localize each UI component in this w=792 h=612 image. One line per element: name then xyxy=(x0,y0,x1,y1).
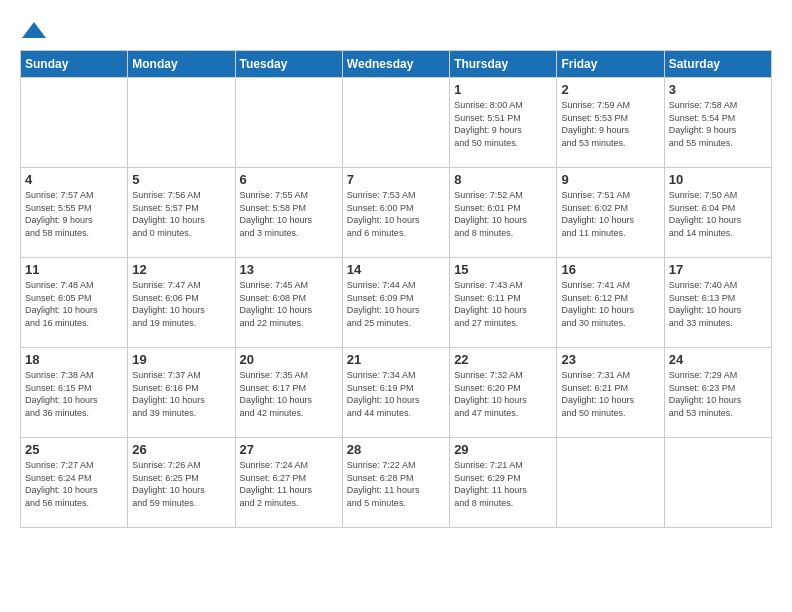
day-number: 11 xyxy=(25,262,123,277)
day-info: Sunrise: 8:00 AM Sunset: 5:51 PM Dayligh… xyxy=(454,99,552,149)
day-info: Sunrise: 7:55 AM Sunset: 5:58 PM Dayligh… xyxy=(240,189,338,239)
week-row-3: 11Sunrise: 7:48 AM Sunset: 6:05 PM Dayli… xyxy=(21,258,772,348)
day-info: Sunrise: 7:32 AM Sunset: 6:20 PM Dayligh… xyxy=(454,369,552,419)
day-number: 21 xyxy=(347,352,445,367)
svg-marker-0 xyxy=(22,22,46,38)
calendar-cell: 5Sunrise: 7:56 AM Sunset: 5:57 PM Daylig… xyxy=(128,168,235,258)
day-number: 18 xyxy=(25,352,123,367)
day-number: 19 xyxy=(132,352,230,367)
calendar-cell: 3Sunrise: 7:58 AM Sunset: 5:54 PM Daylig… xyxy=(664,78,771,168)
day-number: 10 xyxy=(669,172,767,187)
calendar-cell: 24Sunrise: 7:29 AM Sunset: 6:23 PM Dayli… xyxy=(664,348,771,438)
calendar-cell: 26Sunrise: 7:26 AM Sunset: 6:25 PM Dayli… xyxy=(128,438,235,528)
calendar-cell: 10Sunrise: 7:50 AM Sunset: 6:04 PM Dayli… xyxy=(664,168,771,258)
day-info: Sunrise: 7:50 AM Sunset: 6:04 PM Dayligh… xyxy=(669,189,767,239)
day-info: Sunrise: 7:41 AM Sunset: 6:12 PM Dayligh… xyxy=(561,279,659,329)
calendar-cell: 6Sunrise: 7:55 AM Sunset: 5:58 PM Daylig… xyxy=(235,168,342,258)
week-row-2: 4Sunrise: 7:57 AM Sunset: 5:55 PM Daylig… xyxy=(21,168,772,258)
calendar-cell: 8Sunrise: 7:52 AM Sunset: 6:01 PM Daylig… xyxy=(450,168,557,258)
calendar-cell: 12Sunrise: 7:47 AM Sunset: 6:06 PM Dayli… xyxy=(128,258,235,348)
weekday-header-sunday: Sunday xyxy=(21,51,128,78)
day-number: 26 xyxy=(132,442,230,457)
calendar-cell: 23Sunrise: 7:31 AM Sunset: 6:21 PM Dayli… xyxy=(557,348,664,438)
day-info: Sunrise: 7:56 AM Sunset: 5:57 PM Dayligh… xyxy=(132,189,230,239)
day-info: Sunrise: 7:38 AM Sunset: 6:15 PM Dayligh… xyxy=(25,369,123,419)
day-number: 15 xyxy=(454,262,552,277)
week-row-1: 1Sunrise: 8:00 AM Sunset: 5:51 PM Daylig… xyxy=(21,78,772,168)
day-number: 9 xyxy=(561,172,659,187)
day-info: Sunrise: 7:58 AM Sunset: 5:54 PM Dayligh… xyxy=(669,99,767,149)
day-number: 13 xyxy=(240,262,338,277)
day-number: 24 xyxy=(669,352,767,367)
calendar-cell: 16Sunrise: 7:41 AM Sunset: 6:12 PM Dayli… xyxy=(557,258,664,348)
calendar-cell xyxy=(557,438,664,528)
header-row: SundayMondayTuesdayWednesdayThursdayFrid… xyxy=(21,51,772,78)
day-info: Sunrise: 7:47 AM Sunset: 6:06 PM Dayligh… xyxy=(132,279,230,329)
week-row-4: 18Sunrise: 7:38 AM Sunset: 6:15 PM Dayli… xyxy=(21,348,772,438)
day-info: Sunrise: 7:29 AM Sunset: 6:23 PM Dayligh… xyxy=(669,369,767,419)
day-number: 29 xyxy=(454,442,552,457)
day-info: Sunrise: 7:48 AM Sunset: 6:05 PM Dayligh… xyxy=(25,279,123,329)
day-info: Sunrise: 7:45 AM Sunset: 6:08 PM Dayligh… xyxy=(240,279,338,329)
calendar-cell: 22Sunrise: 7:32 AM Sunset: 6:20 PM Dayli… xyxy=(450,348,557,438)
calendar-cell xyxy=(235,78,342,168)
calendar-cell: 19Sunrise: 7:37 AM Sunset: 6:16 PM Dayli… xyxy=(128,348,235,438)
day-number: 4 xyxy=(25,172,123,187)
day-number: 3 xyxy=(669,82,767,97)
calendar-cell: 25Sunrise: 7:27 AM Sunset: 6:24 PM Dayli… xyxy=(21,438,128,528)
day-info: Sunrise: 7:43 AM Sunset: 6:11 PM Dayligh… xyxy=(454,279,552,329)
day-info: Sunrise: 7:35 AM Sunset: 6:17 PM Dayligh… xyxy=(240,369,338,419)
weekday-header-saturday: Saturday xyxy=(664,51,771,78)
day-number: 2 xyxy=(561,82,659,97)
day-number: 7 xyxy=(347,172,445,187)
weekday-header-friday: Friday xyxy=(557,51,664,78)
logo xyxy=(20,20,52,40)
day-number: 8 xyxy=(454,172,552,187)
day-number: 1 xyxy=(454,82,552,97)
day-number: 28 xyxy=(347,442,445,457)
day-info: Sunrise: 7:37 AM Sunset: 6:16 PM Dayligh… xyxy=(132,369,230,419)
calendar-cell: 21Sunrise: 7:34 AM Sunset: 6:19 PM Dayli… xyxy=(342,348,449,438)
day-info: Sunrise: 7:40 AM Sunset: 6:13 PM Dayligh… xyxy=(669,279,767,329)
day-info: Sunrise: 7:53 AM Sunset: 6:00 PM Dayligh… xyxy=(347,189,445,239)
calendar-cell: 1Sunrise: 8:00 AM Sunset: 5:51 PM Daylig… xyxy=(450,78,557,168)
day-number: 5 xyxy=(132,172,230,187)
calendar-cell xyxy=(664,438,771,528)
calendar-cell xyxy=(21,78,128,168)
calendar-cell: 17Sunrise: 7:40 AM Sunset: 6:13 PM Dayli… xyxy=(664,258,771,348)
day-number: 22 xyxy=(454,352,552,367)
day-info: Sunrise: 7:51 AM Sunset: 6:02 PM Dayligh… xyxy=(561,189,659,239)
day-info: Sunrise: 7:59 AM Sunset: 5:53 PM Dayligh… xyxy=(561,99,659,149)
calendar-cell: 15Sunrise: 7:43 AM Sunset: 6:11 PM Dayli… xyxy=(450,258,557,348)
calendar-cell: 28Sunrise: 7:22 AM Sunset: 6:28 PM Dayli… xyxy=(342,438,449,528)
day-info: Sunrise: 7:26 AM Sunset: 6:25 PM Dayligh… xyxy=(132,459,230,509)
day-info: Sunrise: 7:34 AM Sunset: 6:19 PM Dayligh… xyxy=(347,369,445,419)
calendar-cell: 9Sunrise: 7:51 AM Sunset: 6:02 PM Daylig… xyxy=(557,168,664,258)
calendar-cell: 7Sunrise: 7:53 AM Sunset: 6:00 PM Daylig… xyxy=(342,168,449,258)
day-number: 17 xyxy=(669,262,767,277)
day-info: Sunrise: 7:44 AM Sunset: 6:09 PM Dayligh… xyxy=(347,279,445,329)
calendar-cell: 18Sunrise: 7:38 AM Sunset: 6:15 PM Dayli… xyxy=(21,348,128,438)
day-info: Sunrise: 7:31 AM Sunset: 6:21 PM Dayligh… xyxy=(561,369,659,419)
day-number: 20 xyxy=(240,352,338,367)
calendar-cell: 14Sunrise: 7:44 AM Sunset: 6:09 PM Dayli… xyxy=(342,258,449,348)
day-number: 25 xyxy=(25,442,123,457)
weekday-header-thursday: Thursday xyxy=(450,51,557,78)
week-row-5: 25Sunrise: 7:27 AM Sunset: 6:24 PM Dayli… xyxy=(21,438,772,528)
calendar-cell xyxy=(342,78,449,168)
calendar-cell: 27Sunrise: 7:24 AM Sunset: 6:27 PM Dayli… xyxy=(235,438,342,528)
weekday-header-wednesday: Wednesday xyxy=(342,51,449,78)
logo-icon xyxy=(20,20,48,40)
day-info: Sunrise: 7:57 AM Sunset: 5:55 PM Dayligh… xyxy=(25,189,123,239)
page-header xyxy=(20,20,772,40)
calendar-cell: 13Sunrise: 7:45 AM Sunset: 6:08 PM Dayli… xyxy=(235,258,342,348)
day-info: Sunrise: 7:27 AM Sunset: 6:24 PM Dayligh… xyxy=(25,459,123,509)
day-number: 14 xyxy=(347,262,445,277)
day-number: 23 xyxy=(561,352,659,367)
calendar-cell: 4Sunrise: 7:57 AM Sunset: 5:55 PM Daylig… xyxy=(21,168,128,258)
day-number: 12 xyxy=(132,262,230,277)
day-info: Sunrise: 7:22 AM Sunset: 6:28 PM Dayligh… xyxy=(347,459,445,509)
calendar-cell: 20Sunrise: 7:35 AM Sunset: 6:17 PM Dayli… xyxy=(235,348,342,438)
calendar-cell xyxy=(128,78,235,168)
day-number: 16 xyxy=(561,262,659,277)
